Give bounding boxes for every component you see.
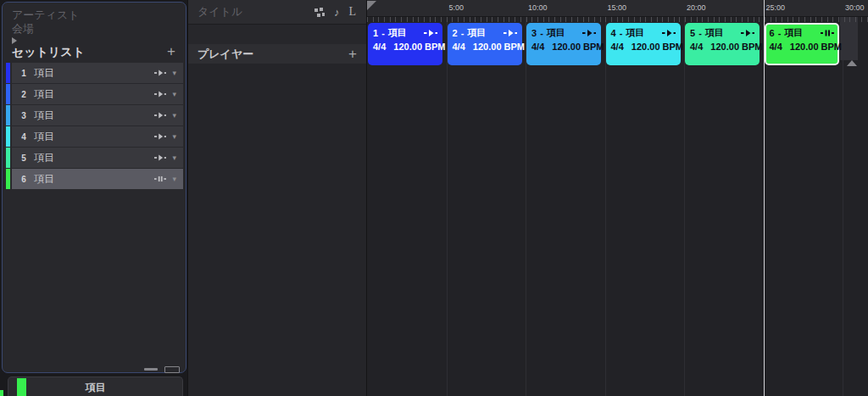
separator: -	[461, 28, 465, 38]
lyrics-icon[interactable]: L	[348, 6, 356, 18]
expand-arrow-icon[interactable]	[12, 37, 17, 44]
ruler-time-label: 20:00	[687, 3, 706, 12]
setlist-item[interactable]: 1 項目 ▾	[6, 63, 183, 83]
song-block[interactable]: 2 - 項目 4/4 120.00 BPM	[448, 23, 522, 65]
song-block[interactable]: 3 - 項目 4/4 120.00 BPM	[526, 23, 601, 65]
setlist-item-body[interactable]: 6 項目 ▾	[12, 169, 183, 189]
player-header-label: プレイヤー	[198, 47, 253, 62]
song-name: 項目	[467, 26, 486, 39]
song-label: 項目	[34, 151, 54, 165]
song-color-strip	[6, 63, 10, 83]
song-label: 項目	[34, 87, 54, 102]
setlist-item[interactable]: 2 項目 ▾	[6, 84, 183, 104]
tempo-value: 120.00 BPM	[393, 42, 445, 52]
chevron-down-icon[interactable]: ▾	[172, 111, 176, 120]
title-bar-icons: ♪ L	[314, 6, 366, 18]
song-name: 項目	[784, 26, 803, 39]
song-block[interactable]: 1 - 項目 4/4 120.00 BPM	[368, 23, 442, 65]
setlist-item-body[interactable]: 4 項目 ▾	[12, 126, 183, 147]
separator: -	[540, 28, 543, 38]
song-number: 5	[690, 28, 695, 38]
song-label: 項目	[34, 172, 54, 187]
time-signature: 4/4	[531, 42, 544, 52]
transition-mode-icon[interactable]	[424, 30, 437, 36]
start-marker-icon[interactable]	[367, 1, 376, 10]
ruler-time-label: 5:00	[449, 3, 465, 12]
setlist-item-body[interactable]: 3 項目 ▾	[12, 105, 183, 125]
ruler-time-label: 15:00	[608, 3, 627, 12]
tempo-value: 120.00 BPM	[552, 42, 604, 52]
time-signature: 4/4	[611, 42, 624, 52]
gridline	[447, 16, 448, 396]
song-number: 2	[17, 90, 31, 99]
separator: -	[381, 28, 385, 38]
tempo-track-icon[interactable]: ♪	[334, 7, 340, 18]
tempo-value: 120.00 BPM	[710, 42, 762, 52]
song-title-field[interactable]: タイトル	[198, 4, 242, 20]
song-lane: 1 - 項目 4/4 120.00 BPM 2 - 項目 4/4 120.00 …	[367, 23, 868, 65]
song-number: 5	[17, 153, 31, 163]
player-list-area	[188, 64, 366, 396]
song-block[interactable]: 4 - 項目 4/4 120.00 BPM	[606, 23, 681, 65]
vst-live-app: アーティスト 会場 セットリスト + 1 項目 ▾ 2 項目 ▾ 3 項目	[0, 0, 868, 396]
song-number: 3	[531, 28, 537, 38]
song-name: 項目	[547, 26, 565, 39]
song-color-strip	[6, 105, 10, 125]
song-color-strip	[6, 148, 10, 168]
song-name: 項目	[705, 26, 724, 39]
ruler-time-label: 25:00	[766, 3, 786, 12]
song-label: 項目	[34, 109, 54, 123]
song-color-strip	[6, 126, 10, 147]
current-song-label: 項目	[8, 381, 182, 395]
transition-mode-icon[interactable]	[821, 30, 834, 36]
setlist-item[interactable]: 4 項目 ▾	[6, 126, 183, 147]
chevron-down-icon[interactable]: ▾	[172, 175, 176, 183]
timeline[interactable]: 5:0010:0015:0020:0025:0030:00 1 - 項目 4/4…	[367, 0, 868, 396]
time-signature: 4/4	[453, 42, 465, 52]
song-number: 1	[17, 69, 31, 78]
setlist-item-body[interactable]: 5 項目 ▾	[12, 148, 183, 168]
song-label: 項目	[34, 66, 54, 81]
transition-mode-icon[interactable]	[154, 112, 166, 119]
transition-mode-icon[interactable]	[741, 30, 754, 36]
song-label: 項目	[34, 130, 54, 144]
setlist-item-body[interactable]: 1 項目 ▾	[12, 63, 183, 83]
setlist-item-body[interactable]: 2 項目 ▾	[12, 84, 183, 104]
setlist-header: セットリスト	[12, 45, 85, 60]
chevron-down-icon[interactable]: ▾	[172, 90, 176, 98]
song-number: 4	[611, 28, 616, 38]
transition-mode-icon[interactable]	[662, 30, 676, 36]
song-color-strip	[6, 84, 10, 104]
venue-field[interactable]: 会場	[12, 21, 34, 36]
ruler-minor-ticks	[367, 17, 868, 22]
expand-view-icon[interactable]	[164, 366, 180, 373]
chevron-down-icon[interactable]: ▾	[172, 153, 176, 162]
chevron-down-icon[interactable]: ▾	[172, 69, 176, 77]
gridline	[526, 16, 526, 396]
transition-mode-icon[interactable]	[504, 30, 517, 36]
song-number: 6	[17, 175, 31, 184]
current-song-bar[interactable]: 項目	[8, 376, 183, 396]
tempo-value: 120.00 BPM	[790, 42, 842, 52]
transition-mode-icon[interactable]	[154, 133, 166, 140]
transition-mode-icon[interactable]	[154, 176, 166, 182]
song-block[interactable]: 5 - 項目 4/4 120.00 BPM	[685, 23, 760, 65]
setlist-item[interactable]: 6 項目 ▾	[6, 169, 183, 189]
minimize-view-icon[interactable]	[144, 368, 158, 371]
parts-icon[interactable]	[314, 8, 325, 17]
chevron-down-icon[interactable]: ▾	[172, 132, 176, 141]
gridline	[605, 16, 606, 396]
setlist-item[interactable]: 3 項目 ▾	[6, 105, 183, 125]
song-name: 項目	[626, 26, 644, 39]
transition-mode-icon[interactable]	[154, 70, 166, 76]
song-number: 4	[17, 132, 31, 142]
time-ruler[interactable]: 5:0010:0015:0020:0025:0030:00	[367, 0, 868, 17]
add-player-button[interactable]: +	[348, 47, 366, 61]
transition-mode-icon[interactable]	[582, 30, 596, 36]
setlist-item[interactable]: 5 項目 ▾	[6, 148, 183, 168]
add-song-button[interactable]: +	[167, 44, 175, 59]
player-header: プレイヤー +	[188, 44, 366, 64]
song-block[interactable]: 6 - 項目 4/4 120.00 BPM	[765, 23, 839, 65]
transition-mode-icon[interactable]	[154, 154, 166, 161]
transition-mode-icon[interactable]	[154, 91, 166, 98]
